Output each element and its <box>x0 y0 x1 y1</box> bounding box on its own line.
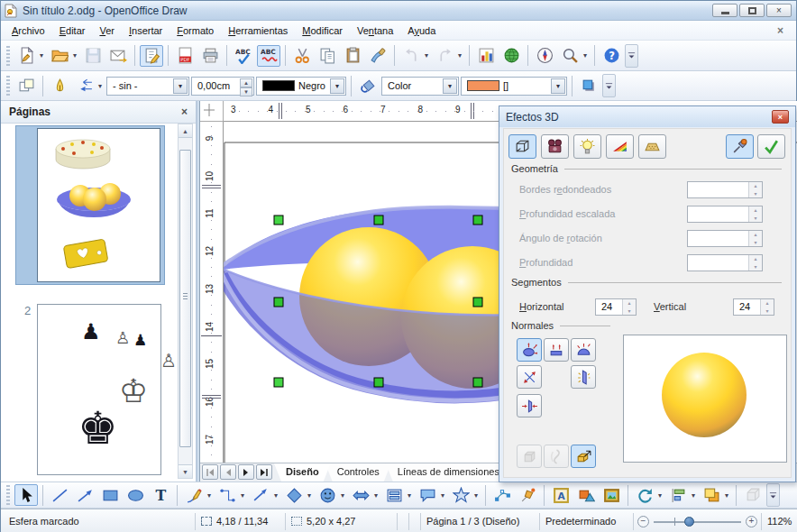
stars-button-dropdown-icon[interactable]: ▾ <box>472 484 481 506</box>
line-width-spin[interactable]: 0,00cm▴▾ <box>191 77 254 96</box>
stars-button[interactable] <box>449 484 472 506</box>
material-button[interactable] <box>638 134 666 159</box>
combo-dropdown-icon[interactable]: ▾ <box>443 78 457 94</box>
open-button-dropdown-icon[interactable]: ▾ <box>70 45 79 67</box>
next-page-nav-icon[interactable] <box>238 464 254 480</box>
page-thumbnail-1[interactable] <box>15 125 165 285</box>
toolbar-options-button[interactable] <box>602 74 616 97</box>
new-document-button[interactable] <box>14 45 38 67</box>
tab-controles[interactable]: Controles <box>325 463 391 482</box>
lines-arrows-button-dropdown-icon[interactable]: ▾ <box>271 484 280 506</box>
apply-button[interactable] <box>757 134 785 159</box>
arrange-button[interactable] <box>700 484 723 506</box>
save-button[interactable] <box>81 45 105 67</box>
open-button[interactable] <box>48 45 71 67</box>
menu-modificar[interactable]: Modificar <box>295 23 350 39</box>
spin-up-down-icon[interactable]: ▴▾ <box>748 255 762 271</box>
spin-up-down-icon[interactable]: ▴▾ <box>622 299 636 315</box>
hyperlink-button[interactable] <box>499 45 523 67</box>
extrusion-button[interactable] <box>741 484 765 506</box>
page-style-cell[interactable]: Predeterminado <box>540 513 634 530</box>
scrollbar-track[interactable] <box>179 139 191 463</box>
edit-points-button[interactable] <box>490 484 514 506</box>
redo-button-dropdown-icon[interactable]: ▾ <box>455 45 464 67</box>
select-button[interactable] <box>14 484 38 506</box>
assign-dropper-button[interactable] <box>726 134 754 159</box>
navigator-button[interactable] <box>533 45 556 67</box>
alignment-button-dropdown-icon[interactable]: ▾ <box>689 484 698 506</box>
basic-shapes-button-dropdown-icon[interactable]: ▾ <box>305 484 314 506</box>
arrow-style-button[interactable] <box>73 75 96 96</box>
zoom-in-icon[interactable]: + <box>746 516 757 527</box>
document-close-icon[interactable]: × <box>768 24 792 37</box>
spin-up-down-icon[interactable]: ▴▾ <box>748 206 762 222</box>
combo-dropdown-icon[interactable]: ▾ <box>330 78 344 94</box>
maximize-button[interactable] <box>739 4 765 17</box>
arrow-style-button-dropdown-icon[interactable]: ▾ <box>96 75 105 96</box>
callouts-button[interactable] <box>416 484 439 506</box>
menu-ver[interactable]: Ver <box>92 23 122 39</box>
text-tool-button[interactable]: T <box>149 484 172 506</box>
rectangle-tool-button[interactable] <box>98 484 122 506</box>
fill-button[interactable] <box>356 75 380 96</box>
zoom-percent-cell[interactable]: 112% <box>762 513 797 530</box>
line-color-combo[interactable]: Negro▾ <box>256 77 346 96</box>
toolbar-grip[interactable] <box>6 46 10 66</box>
effects-3d-close-button[interactable]: × <box>772 110 789 124</box>
geometry-field-spin[interactable]: ▴▾ <box>687 230 763 247</box>
email-button[interactable] <box>106 45 130 67</box>
geometry-field-spin[interactable]: ▴▾ <box>687 254 763 271</box>
combo-dropdown-icon[interactable]: ▾ <box>173 78 188 94</box>
zoom-button[interactable] <box>558 45 582 67</box>
fontwork-button[interactable]: A <box>549 484 573 506</box>
pages-panel-close-icon[interactable]: × <box>181 105 188 118</box>
scroll-down-icon[interactable]: ▼ <box>179 464 192 478</box>
toolbar-options-button[interactable] <box>625 44 638 68</box>
redo-button[interactable] <box>433 45 456 67</box>
spin-up-down-icon[interactable]: ▴▾ <box>748 231 762 246</box>
horizontal-segments-spin[interactable]: 24 ▴▾ <box>595 298 637 316</box>
format-paintbrush-button[interactable] <box>366 45 389 67</box>
flowchart-button[interactable] <box>382 484 406 506</box>
page-status-cell[interactable]: Página 1 / 3 (Diseño) <box>421 513 540 530</box>
close-button[interactable]: × <box>766 4 792 17</box>
zoom-slider[interactable]: − + <box>634 513 762 530</box>
connector-tool-button-dropdown-icon[interactable]: ▾ <box>238 484 247 506</box>
symbol-shapes-button[interactable] <box>316 484 339 506</box>
line-tool-button[interactable] <box>48 484 71 506</box>
from-file-button[interactable] <box>574 484 598 506</box>
fill-color-combo[interactable]: []▾ <box>461 77 567 96</box>
combo-dropdown-icon[interactable]: ▾ <box>551 78 565 94</box>
geometry-field-spin[interactable]: ▴▾ <box>687 181 763 198</box>
scrollbar-thumb[interactable] <box>179 150 191 447</box>
scroll-up-icon[interactable]: ▲ <box>179 124 192 138</box>
two-sided-illumination-button[interactable] <box>571 365 596 389</box>
vertical-segments-spin[interactable]: 24 ▴▾ <box>733 298 774 316</box>
copy-button[interactable] <box>316 45 339 67</box>
toolbar-grip[interactable] <box>6 485 10 505</box>
print-button[interactable] <box>198 45 222 67</box>
curve-tool-button-dropdown-icon[interactable]: ▾ <box>205 484 214 506</box>
styles-formatting-button[interactable] <box>14 75 38 96</box>
toolbar-options-button[interactable] <box>766 483 780 507</box>
connector-tool-button[interactable] <box>215 484 239 506</box>
insert-chart-button[interactable] <box>474 45 498 67</box>
illumination-button[interactable] <box>573 134 601 159</box>
convert-to-3d-button[interactable] <box>517 445 542 468</box>
minimize-button[interactable] <box>712 4 737 17</box>
rotate-button[interactable] <box>633 484 656 506</box>
toolbar-grip[interactable] <box>6 76 10 96</box>
menu-editar[interactable]: Editar <box>52 23 93 39</box>
first-page-nav-icon[interactable] <box>202 464 218 480</box>
menu-archivo[interactable]: Archivo <box>5 23 52 39</box>
tab-l-neas-de-dimensiones[interactable]: Líneas de dimensiones <box>386 463 511 482</box>
geometry-button[interactable] <box>508 134 536 159</box>
export-pdf-button[interactable]: PDF <box>173 45 197 67</box>
page-thumbnail-2[interactable]: ♟♙♟♙♔♚ <box>37 304 161 475</box>
spherical-normals-button[interactable] <box>571 338 596 362</box>
gallery-button[interactable] <box>600 484 623 506</box>
menu-ventana[interactable]: Ventana <box>350 23 400 39</box>
line-button[interactable] <box>48 75 71 96</box>
flat-normals-button[interactable] <box>544 338 569 362</box>
lines-arrows-button[interactable] <box>249 484 272 506</box>
